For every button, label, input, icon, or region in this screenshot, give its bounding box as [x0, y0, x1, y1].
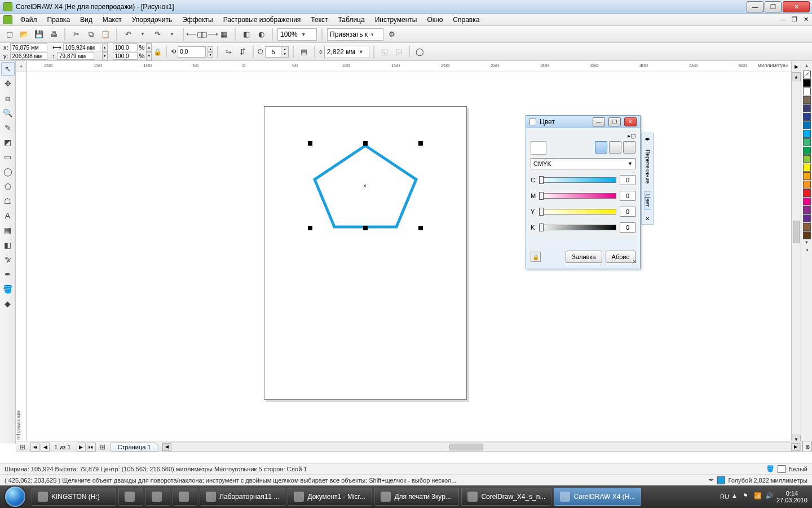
channel-value-input[interactable]: 0 [620, 207, 636, 217]
palette-expand-icon[interactable]: ◂ [806, 247, 808, 254]
docker-expand-icon[interactable]: » [633, 257, 637, 265]
interactive-fill-tool[interactable]: ◆ [1, 297, 15, 310]
mdi-restore-button[interactable]: ❐ [791, 15, 798, 23]
taskbar-item[interactable]: Для печати 3кур... [374, 488, 459, 506]
zoom-in-icon[interactable]: ⊕ [802, 441, 812, 452]
ellipse-tool[interactable]: ◯ [1, 165, 15, 178]
channel-slider[interactable] [540, 177, 616, 183]
fill-tool[interactable]: 🪣 [1, 282, 15, 296]
paste-button[interactable]: 📋 [99, 28, 112, 41]
color-docker[interactable]: Цвет — ❐ ✕ ▸▢ [526, 115, 641, 269]
channel-slider[interactable] [540, 209, 616, 214]
snap-to-combo[interactable]: Привязать к▾ [327, 28, 383, 41]
palette-swatch[interactable] [803, 172, 811, 180]
docker-close-button[interactable]: ✕ [624, 117, 637, 126]
zoom-combo[interactable]: 100%▼ [277, 28, 317, 41]
color-palettes-mode-button[interactable] [623, 141, 636, 154]
shape-tool[interactable]: ✥ [1, 77, 15, 90]
docker-tab-close-icon[interactable]: ✕ [645, 216, 650, 222]
x-input[interactable]: 76,875 мм [10, 43, 47, 51]
channel-value-input[interactable]: 0 [620, 175, 636, 185]
color-sliders-mode-button[interactable] [595, 141, 607, 154]
redo-dropdown-icon[interactable]: ▾ [166, 28, 178, 41]
palette-swatch[interactable] [803, 147, 811, 155]
taskbar-item[interactable]: CorelDRAW X4 (Н... [554, 488, 641, 506]
print-button[interactable]: 🖶 [47, 28, 60, 41]
fill-apply-button[interactable]: Заливка [566, 251, 602, 263]
rotation-spinner[interactable]: ▲▼ [208, 46, 213, 58]
prev-page-button[interactable]: ◀ [41, 443, 50, 452]
rotation-input[interactable]: 0,0 [178, 46, 206, 58]
horizontal-scrollbar[interactable]: ◀ ▶ [162, 443, 801, 452]
polygon-tool[interactable]: ⬠ [1, 179, 15, 193]
palette-scroll-up-icon[interactable]: ▲ [805, 63, 809, 70]
channel-value-input[interactable]: 0 [620, 191, 636, 201]
channel-value-input[interactable]: 0 [620, 222, 636, 233]
clock[interactable]: 0:14 27.03.2010 [776, 490, 807, 503]
zoom-tool[interactable]: 🔍 [1, 106, 15, 120]
selection-handle-sw[interactable] [308, 226, 312, 230]
selection-handle-n[interactable] [363, 141, 368, 146]
palette-swatch[interactable] [803, 214, 811, 222]
canvas[interactable]: × Цвет — ❐ ✕ ▸▢ [27, 72, 801, 444]
ruler-horizontal[interactable]: миллиметры 20015010050050100150200250300… [27, 61, 791, 72]
selection-handle-ne[interactable] [418, 141, 423, 146]
taskbar-item[interactable]: Документ1 - Micr... [288, 488, 372, 506]
app-launcher-button[interactable]: ◧ [240, 28, 253, 41]
palette-swatch[interactable] [803, 181, 811, 189]
tray-volume-icon[interactable]: 🔊 [765, 492, 774, 501]
palette-swatch[interactable] [803, 223, 811, 231]
open-button[interactable]: 📂 [18, 28, 30, 41]
palette-swatch[interactable] [803, 130, 811, 138]
palette-swatch[interactable] [803, 155, 811, 163]
selection-handle-se[interactable] [418, 226, 423, 230]
window-maximize-button[interactable]: ❐ [765, 1, 782, 12]
smart-fill-tool[interactable]: ◩ [1, 135, 15, 149]
taskbar-item[interactable]: CorelDraw_X4_s_n... [461, 488, 551, 506]
table-tool[interactable]: ▦ [1, 224, 15, 237]
mdi-minimize-button[interactable]: — [779, 15, 787, 23]
outline-tool[interactable]: ✒ [1, 268, 15, 281]
text-tool[interactable]: A [1, 209, 15, 222]
tray-show-hidden-icon[interactable]: ▲ [731, 492, 740, 501]
mdi-close-button[interactable]: ✕ [802, 15, 810, 23]
import-button[interactable]: ⟵▢ [188, 28, 201, 41]
outline-apply-button[interactable]: Абрис [606, 251, 636, 263]
crop-tool[interactable]: ⧈ [1, 91, 15, 105]
taskbar-item[interactable]: Лабораторная11 ... [200, 488, 285, 506]
color-model-combo[interactable]: CMYK▼ [531, 158, 636, 169]
save-button[interactable]: 💾 [33, 28, 45, 41]
palette-swatch[interactable] [803, 138, 811, 146]
taskbar-item[interactable] [145, 488, 170, 506]
palette-scroll-down-icon[interactable]: ▼ [805, 240, 809, 247]
language-indicator[interactable]: RU [720, 493, 729, 500]
document-icon[interactable] [3, 15, 12, 24]
menu-tools[interactable]: Инструменты [370, 15, 422, 25]
export-button[interactable]: ▢⟶ [203, 28, 215, 41]
width-input[interactable]: 105,924 мм [63, 43, 100, 51]
palette-swatch[interactable] [803, 206, 811, 214]
start-button[interactable] [0, 485, 30, 508]
undo-dropdown-icon[interactable]: ▾ [136, 28, 149, 41]
menu-help[interactable]: Справка [448, 15, 484, 25]
cut-button[interactable]: ✂ [70, 28, 82, 41]
pick-tool[interactable]: ↖ [1, 62, 15, 76]
palette-swatch[interactable] [803, 96, 811, 104]
taskbar-item[interactable] [173, 488, 197, 506]
palette-swatch[interactable] [803, 79, 811, 87]
taskbar-item[interactable]: KINGSTON (H:) [32, 488, 116, 506]
menu-table[interactable]: Таблица [334, 15, 369, 25]
first-page-button[interactable]: ⏮ [30, 443, 39, 452]
add-page-before-button[interactable]: ⊞ [18, 443, 27, 452]
ruler-vertical[interactable]: миллиметры [16, 72, 27, 444]
channel-slider[interactable] [540, 225, 616, 230]
color-well[interactable] [531, 141, 546, 155]
to-front-button[interactable]: ◱ [378, 46, 391, 58]
convert-curves-button[interactable]: ◯ [414, 46, 426, 58]
vertical-scrollbar[interactable]: ▲ ▼ [791, 72, 801, 444]
docker-titlebar[interactable]: Цвет — ❐ ✕ [526, 116, 640, 128]
freehand-tool[interactable]: ✎ [1, 121, 15, 134]
ruler-origin[interactable]: ✦ [16, 61, 27, 72]
scale-spinner[interactable]: ▲▼ [146, 43, 152, 60]
window-minimize-button[interactable]: — [747, 1, 764, 12]
